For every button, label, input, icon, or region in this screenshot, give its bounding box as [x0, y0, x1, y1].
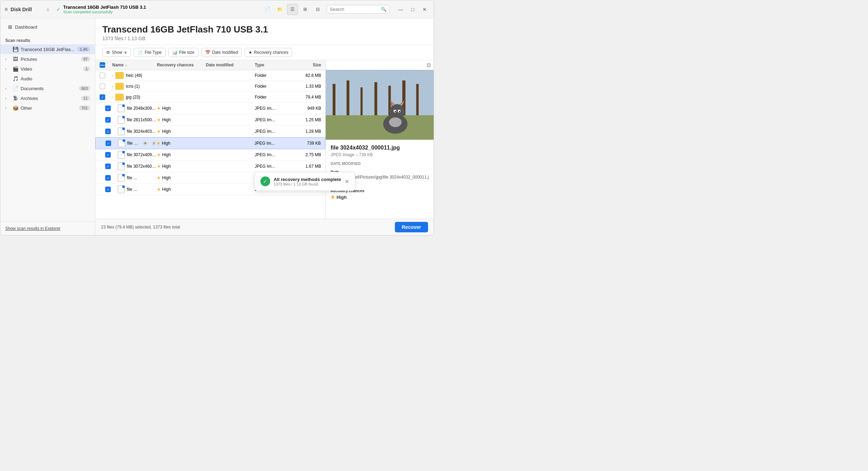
file-icon-btn[interactable]: 📄 — [262, 4, 273, 15]
svg-rect-2 — [333, 84, 335, 115]
file-icon — [118, 186, 125, 193]
row-checkbox-3[interactable]: ✓ — [105, 106, 111, 111]
svg-rect-5 — [375, 82, 377, 115]
list-view-btn[interactable]: ☰ — [287, 4, 298, 15]
toast-success-icon: ✓ — [260, 176, 270, 186]
svg-point-17 — [395, 111, 396, 112]
svg-point-18 — [399, 111, 400, 112]
col-recovery-header: Recovery chances — [157, 63, 206, 67]
table-row[interactable]: › icns (1) Folder 1.33 MB — [95, 81, 325, 92]
row-name: jpg (23) — [126, 95, 140, 100]
search-bar[interactable]: 🔍 — [327, 5, 390, 14]
sidebar-item-other[interactable]: › 📦 Other 701 — [0, 103, 95, 113]
sort-down-icon: ↓ — [125, 63, 127, 67]
preview-tag: 👁 — [142, 141, 149, 146]
folder-icon — [115, 72, 124, 79]
documents-count: 563 — [79, 86, 90, 91]
sidebar-item-video[interactable]: › 🎬 Video 1 — [0, 64, 95, 74]
sidebar-item-pictures[interactable]: › 🖼 Pictures 97 — [0, 54, 95, 64]
video-label: Video — [21, 66, 81, 72]
show-explorer-button[interactable]: Show scan results in Explorer — [5, 226, 60, 231]
maximize-button[interactable]: □ — [408, 5, 418, 14]
table-row[interactable]: ✓ › jpg (23) Folder 79.4 MB — [95, 92, 325, 103]
table-row[interactable]: ✓ file 3072x4608_00... ★ High JPEG Im...… — [95, 161, 325, 172]
preview-expand-icon[interactable]: ⊡ — [427, 62, 431, 68]
recover-button[interactable]: Recover — [395, 222, 428, 232]
row-size: 739 KB — [289, 141, 321, 146]
title-bar: ≡ Disk Drill ⌂ ✓ Transcend 16GB JetFlash… — [0, 0, 434, 19]
minimize-button[interactable]: — — [396, 5, 406, 14]
sidebar-item-device[interactable]: 💾 Transcend 16GB JetFlas... 1.4K — [0, 44, 95, 54]
file-type-icon: 📄 — [138, 50, 143, 55]
table-row[interactable]: ✓ file 2048x3090_00... ★ High JPEG Im...… — [95, 103, 325, 114]
file-list-area: — Name ↓ Recovery chances Date modified … — [95, 60, 325, 219]
preview-image — [326, 70, 434, 140]
table-row[interactable]: › heic (49) Folder 82.8 MB — [95, 70, 325, 81]
sidebar-item-documents[interactable]: › 📄 Documents 563 — [0, 84, 95, 93]
row-name: file 3024x4032_00... — [127, 129, 157, 134]
row-size: 1.28 MB — [290, 129, 321, 134]
table-row[interactable]: ✓ file 3024x4032_00... ★ High JPEG Im...… — [95, 126, 325, 137]
audio-icon: 🎵 — [12, 76, 19, 81]
sidebar-item-dashboard[interactable]: ⊞ Dashboard — [5, 22, 90, 32]
device-item-label: Transcend 16GB JetFlas... — [21, 47, 75, 52]
split-view-btn[interactable]: ⊟ — [312, 4, 323, 15]
row-name: file 2811x5000_00... — [127, 117, 157, 122]
file-icon — [118, 162, 125, 170]
scan-results-label: Scan results — [0, 35, 95, 44]
preview-filetype: JPEG Image – 739 KB — [331, 152, 429, 157]
row-size: 1.25 MB — [290, 117, 321, 122]
row-checkbox-9[interactable]: ✓ — [105, 175, 111, 181]
sidebar-item-audio[interactable]: 🎵 Audio — [0, 74, 95, 84]
row-size: 949 KB — [290, 106, 321, 111]
home-icon[interactable]: ⌂ — [42, 4, 53, 15]
show-filter-button[interactable]: ⚙ Show ∨ — [102, 48, 131, 57]
row-checkbox-2[interactable]: ✓ — [100, 94, 105, 100]
file-type-button[interactable]: 📄 File Type — [134, 48, 165, 57]
archives-label: Archives — [21, 96, 79, 101]
table-row-selected[interactable]: ✓ file 3024... 👁 # ★ High JPEG Im... 739… — [95, 137, 325, 149]
date-modified-button[interactable]: 📅 Date modified — [201, 48, 242, 57]
row-recovery: ★ High — [157, 117, 206, 122]
row-checkbox-5[interactable]: ✓ — [105, 129, 111, 134]
recovery-chances-button[interactable]: ★ Recovery chances — [245, 48, 292, 57]
row-checkbox-6[interactable]: ✓ — [106, 140, 111, 146]
row-checkbox-8[interactable]: ✓ — [105, 164, 111, 169]
row-recovery: ★ High — [157, 106, 206, 111]
row-checkbox-4[interactable]: ✓ — [105, 117, 111, 123]
preview-star-icon: ★ — [331, 194, 335, 200]
row-checkbox-7[interactable]: ✓ — [105, 152, 111, 158]
file-size-button[interactable]: 📊 File size — [168, 48, 198, 57]
scan-success-icon: ✓ — [56, 7, 60, 12]
menu-icon[interactable]: ≡ — [5, 6, 8, 13]
row-checkbox-10[interactable]: ✓ — [105, 187, 111, 192]
table-row[interactable]: ✓ file 3072x4096_00... ★ High JPEG Im...… — [95, 149, 325, 161]
expand-arrow-icon[interactable]: › — [112, 85, 113, 88]
search-input[interactable] — [330, 7, 379, 12]
col-type-header: Type — [255, 63, 290, 67]
row-checkbox-1[interactable] — [100, 84, 105, 89]
toast-subtitle: 1373 files / 1.13 GB found — [274, 182, 341, 186]
preview-filename: file 3024x4032_000011.jpg — [331, 145, 429, 151]
toast-title: All recovery methods complete — [274, 177, 341, 182]
close-button[interactable]: ✕ — [420, 5, 429, 14]
folder-icon-btn[interactable]: 📁 — [274, 4, 285, 15]
col-name-header[interactable]: Name ↓ — [112, 63, 157, 67]
expand-arrow-icon[interactable]: › — [112, 96, 115, 97]
grid-view-btn[interactable]: ⊞ — [299, 4, 311, 15]
sidebar-item-archives[interactable]: › 🗜 Archives 11 — [0, 93, 95, 103]
row-recovery: ★ High — [157, 129, 206, 134]
select-all-checkbox[interactable]: — — [100, 62, 105, 68]
row-size: 2.75 MB — [290, 152, 321, 157]
expand-arrow-icon[interactable]: › — [112, 74, 113, 78]
file-icon — [118, 128, 125, 135]
col-date-header: Date modified — [206, 63, 255, 67]
table-row[interactable]: ✓ file 2811x5000_00... ★ High JPEG Im...… — [95, 114, 325, 126]
row-checkbox-0[interactable] — [100, 73, 105, 78]
device-title-main: Transcend 16GB JetFlash 710 USB 3.1 — [63, 5, 146, 10]
toast-close-button[interactable]: ✕ — [345, 178, 349, 185]
filter-icon: ⚙ — [106, 50, 110, 55]
file-icon — [118, 104, 125, 112]
row-recovery: ★ High — [157, 152, 206, 157]
page-header: Transcend 16GB JetFlash 710 USB 3.1 1373… — [95, 19, 434, 45]
